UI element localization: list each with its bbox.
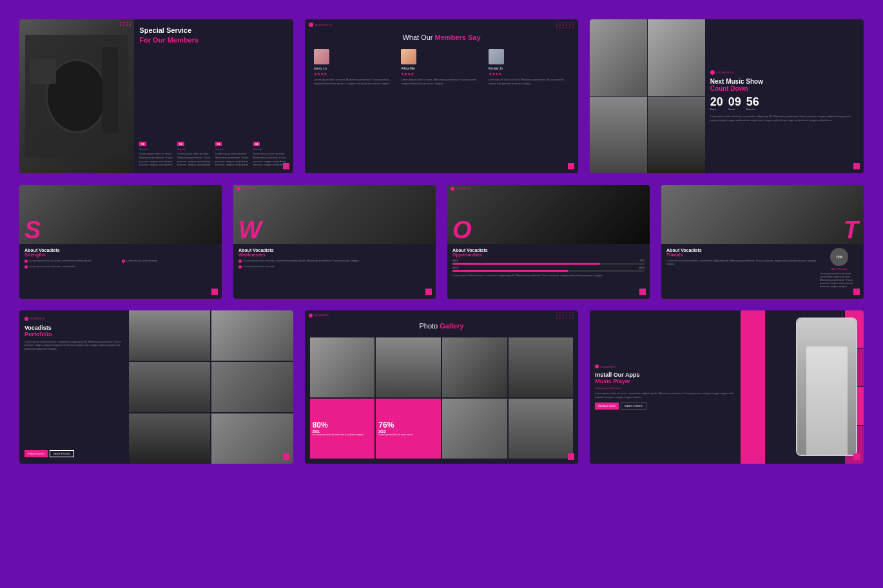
- brand-mark-o: VOCADISTS: [451, 187, 471, 191]
- row-1: Special Service For Our Members 01 Servi…: [19, 19, 864, 173]
- corner-accent: [568, 163, 574, 169]
- strengths-title: About Vocadists: [24, 248, 217, 252]
- service-num-4: 04: [253, 142, 260, 146]
- service-label-1: Service: [139, 147, 174, 151]
- swot-s-letter: S: [24, 218, 41, 242]
- progress-bar-2021: 2021 77%: [452, 259, 645, 265]
- row-3: VOCADISTS Vocadists Portofolio Lorem ips…: [19, 310, 864, 464]
- service-num-2: 02: [177, 142, 184, 146]
- weaknesses-image: VOCADISTS W: [233, 185, 436, 244]
- brand-mark-9: VOCADISTS: [595, 365, 735, 368]
- strength-item-1: Lorem ipsum dolor sit amet, consectetur …: [24, 259, 119, 263]
- watch-video-button[interactable]: WATCH VIDEO: [621, 403, 646, 410]
- strengths-subtitle: Strengths: [24, 252, 217, 257]
- countdown-days: 20 Days: [710, 96, 723, 111]
- corner-accent: [853, 453, 860, 460]
- threats-title: About Vocadists: [666, 248, 817, 252]
- corner-accent: [211, 289, 218, 295]
- swot-w-letter: W: [238, 218, 262, 242]
- strengths-items: Lorem ipsum dolor sit amet, consectetur …: [24, 259, 217, 269]
- portfolio-img-5: [129, 413, 210, 464]
- stars-2: ★★★★: [401, 71, 482, 76]
- weakness-text-1: Lorem ipsum dolor sit amet, consectetur …: [243, 259, 359, 262]
- slide-strengths: S About Vocadists Strengths Lorem ipsum …: [19, 185, 222, 299]
- apps-body: Lorem ipsum dolor sit amet, consectetur …: [595, 392, 735, 399]
- concert-img-2: [648, 19, 705, 96]
- swot-t-letter: T: [844, 218, 859, 242]
- prev-photo-button[interactable]: PREV PHOTO: [24, 450, 48, 457]
- portfolio-subtitle: Portofolio: [24, 331, 124, 337]
- weaknesses-subtitle: Weaknesses: [238, 252, 431, 257]
- swot-o-letter: O: [452, 218, 472, 242]
- testimonial-1: Jenny Lo ★★★★ Lorem ipsum dolor sit amet…: [314, 49, 395, 85]
- pink-bar-left: [741, 310, 765, 464]
- service-label-2: Service: [177, 147, 212, 151]
- opportunities-image: VOCADISTS O: [447, 185, 650, 244]
- weakness-text-2: Lorem ipsum dolor sit amet: [243, 265, 274, 268]
- slide3-images: [590, 19, 704, 173]
- next-photo-button[interactable]: NEXT PHOTO: [50, 450, 74, 457]
- portfolio-img-3: [129, 362, 210, 412]
- slide3-title1: Next Music Show: [710, 78, 859, 85]
- slide3-content: VOCADISTS Next Music Show Count Down 20 …: [705, 19, 864, 173]
- strengths-col1: Lorem ipsum dolor sit amet, consectetur …: [24, 259, 119, 269]
- threats-image: T: [661, 185, 864, 244]
- weaknesses-overlay: [233, 185, 436, 244]
- dot-pattern-8: [556, 312, 574, 319]
- threats-subtitle: Threats: [666, 252, 817, 257]
- stars-3: ★★★★: [489, 71, 570, 76]
- threats-extra: Lorem ipsum dolor sit amet, consectetur …: [820, 272, 859, 289]
- countdown-hours-num: 09: [728, 96, 741, 108]
- portfolio-images: [129, 310, 293, 464]
- brand-mark-2: VOCADISTS: [309, 23, 333, 27]
- strength-item-3: Lorem ipsum dolor sit amet: [122, 259, 217, 263]
- slide3-body: Lorem ipsum dolor sit amet, consectetur …: [710, 115, 859, 122]
- apps-url: www.yourwebsite.com: [595, 386, 735, 390]
- portfolio-brand: VOCADISTS Vocadists Portofolio Lorem ips…: [24, 317, 124, 351]
- gallery-cell-6: [509, 399, 574, 459]
- portfolio-buttons: PREV PHOTO NEXT PHOTO: [24, 450, 124, 457]
- strength-item-2: Lorem ipsum dolor sit amet, consectetur: [24, 265, 119, 269]
- slide1-heading-line2: For Our Members: [139, 35, 287, 45]
- strength-text-1: Lorem ipsum dolor sit amet, consectetur …: [29, 259, 91, 262]
- slide-special-service: Special Service For Our Members 01 Servi…: [19, 19, 293, 173]
- threats-overlay: [661, 185, 864, 244]
- portfolio-img-1: [129, 310, 210, 361]
- service-body-2: Lorem ipsum dolor sit amet, Maecenas por…: [177, 152, 212, 166]
- strengths-col2: Lorem ipsum dolor sit amet: [122, 259, 217, 269]
- gallery-text-2: Lorem ipsum dolor sit amet, am et: [378, 433, 438, 437]
- slide2-title-plain: What Our: [402, 33, 434, 41]
- w-bullet-2: [238, 265, 242, 269]
- slide-weaknesses: VOCADISTS W About Vocadists Weaknesses L…: [233, 185, 436, 299]
- slide2-title-highlight: Members Say: [435, 33, 481, 41]
- brand-mark-w: VOCADISTS: [237, 187, 257, 191]
- concert-img-1: [590, 19, 647, 96]
- corner-accent: [425, 289, 432, 295]
- slide2-inner: What Our Members Say Jenny Lo ★★★★ Lorem…: [305, 19, 579, 173]
- strengths-image: S: [19, 185, 222, 244]
- slide-threats: T About Vocadists Threats Lorem ipsum do…: [661, 185, 864, 299]
- strengths-overlay: [19, 185, 222, 244]
- dots-image: [120, 22, 131, 26]
- apps-title2: Music Player: [595, 378, 735, 384]
- portfolio-img-6: [211, 413, 293, 464]
- w-bullet-1: [238, 260, 242, 263]
- gallery-cell-4: [509, 337, 574, 397]
- service-body-3: Lorem ipsum dolor sit amet, Maecenas por…: [215, 152, 250, 166]
- corner-accent: [853, 163, 860, 169]
- service-body-1: Lorem ipsum dolor sit amet, Maecenas por…: [139, 152, 174, 166]
- avatar-2: [401, 49, 416, 64]
- install-button[interactable]: INSTALL NOW: [595, 403, 619, 410]
- threats-content: About Vocadists Threats Lorem ipsum dolo…: [661, 244, 864, 299]
- slide2-header: What Our Members Say: [314, 31, 570, 43]
- slide1-title: Special Service For Our Members: [139, 26, 287, 46]
- weaknesses-title: About Vocadists: [238, 248, 431, 252]
- gallery-cell-2: [376, 337, 441, 397]
- portfolio-title: Vocadists: [24, 325, 124, 331]
- slide1-content: Special Service For Our Members 01 Servi…: [134, 19, 293, 173]
- opportunities-body: Lorem ipsum dolor sit amet, consectetur …: [452, 274, 645, 277]
- service-item-2: 02 Service Lorem ipsum dolor sit amet, M…: [177, 136, 212, 166]
- threats-right: 72% About Threats Lorem ipsum dolor sit …: [820, 248, 859, 295]
- gallery-cell-1: [310, 337, 375, 397]
- slide1-heading-line1: Special Service: [139, 26, 287, 35]
